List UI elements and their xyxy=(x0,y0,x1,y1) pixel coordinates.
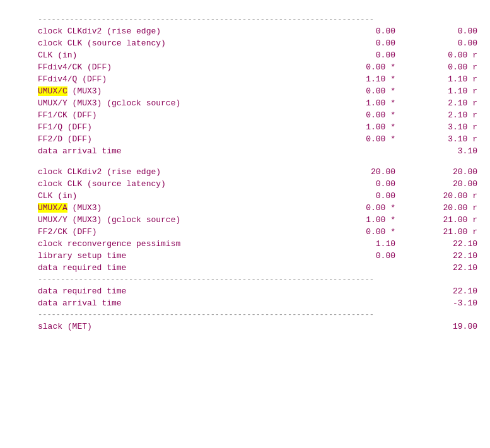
path-value: 3.10 r xyxy=(414,134,477,144)
incr-value: 0.00 * xyxy=(351,86,414,96)
table-row: FFdiv4/Q (DFF)1.10 *1.10 r xyxy=(38,73,477,85)
path-value: 0.00 r xyxy=(414,50,477,60)
point-wrapper: CLK (in) xyxy=(38,191,351,201)
point-wrapper: clock CLKdiv2 (rise edge) xyxy=(38,167,351,177)
incr-value: 0.00 xyxy=(351,191,414,201)
divider-top: ----------------------------------------… xyxy=(38,14,477,25)
table-row: clock CLK (source latency)0.0020.00 xyxy=(38,178,477,190)
table-row: FFdiv4/CK (DFF)0.00 *0.00 r xyxy=(38,61,477,73)
point-text: FF2/CK (DFF) xyxy=(38,227,97,237)
path-value: 0.00 xyxy=(414,27,477,36)
summary-rows: data required time22.10data arrival time… xyxy=(38,285,477,309)
point-text: FFdiv4/Q (DFF) xyxy=(38,74,107,84)
point-text: CLK (in) xyxy=(38,50,77,60)
point-wrapper: FFdiv4/Q (DFF) xyxy=(38,74,351,84)
incr-value: 0.00 xyxy=(351,251,414,261)
table-row: clock CLKdiv2 (rise edge)0.000.00 xyxy=(38,25,477,37)
path-value: 22.10 xyxy=(414,263,477,273)
path-value: 20.00 xyxy=(414,179,477,189)
incr-value: 1.10 xyxy=(351,239,414,249)
table-row: FF1/CK (DFF)0.00 *2.10 r xyxy=(38,109,477,121)
incr-value: 0.00 * xyxy=(351,110,414,120)
incr-value: 1.00 * xyxy=(351,98,414,108)
point-text: FFdiv4/CK (DFF) xyxy=(38,62,112,72)
table-row: data arrival time3.10 xyxy=(38,145,477,157)
incr-value: 0.00 xyxy=(351,50,414,60)
path-value: 3.10 r xyxy=(414,122,477,132)
point-text: UMUX/Y (MUX3) (gclock source) xyxy=(38,215,180,225)
incr-value: 0.00 * xyxy=(351,134,414,144)
point-wrapper: clock CLKdiv2 (rise edge) xyxy=(38,27,351,36)
incr-value: 1.00 * xyxy=(351,215,414,225)
table-row: FF2/D (DFF)0.00 *3.10 r xyxy=(38,133,477,145)
incr-value: 20.00 xyxy=(351,167,414,177)
point-text: FF1/CK (DFF) xyxy=(38,110,97,120)
point-wrapper: clock CLK (source latency) xyxy=(38,38,351,48)
section2-rows: clock CLKdiv2 (rise edge)20.0020.00clock… xyxy=(38,166,477,274)
point-text: FF2/D (DFF) xyxy=(38,134,92,144)
point-text: data arrival time xyxy=(38,298,122,308)
table-row: FF2/CK (DFF)0.00 *21.00 r xyxy=(38,226,477,238)
point-wrapper: UMUX/C (MUX3) xyxy=(38,86,351,96)
point-wrapper: CLK (in) xyxy=(38,50,351,60)
point-text: FF1/Q (DFF) xyxy=(38,122,92,132)
point-wrapper: UMUX/Y (MUX3) (gclock source) xyxy=(38,215,351,225)
incr-value: 1.10 * xyxy=(351,74,414,84)
point-wrapper: UMUX/Y (MUX3) (gclock source) xyxy=(38,98,351,108)
incr-value: 1.00 * xyxy=(351,122,414,132)
table-row: slack (MET)19.00 xyxy=(38,321,477,333)
table-row: CLK (in)0.0020.00 r xyxy=(38,190,477,202)
table-header xyxy=(38,6,477,14)
table-row: clock CLKdiv2 (rise edge)20.0020.00 xyxy=(38,166,477,178)
point-text: clock CLKdiv2 (rise edge) xyxy=(38,27,161,36)
point-text: CLK (in) xyxy=(38,191,77,201)
path-value: 20.00 xyxy=(414,167,477,177)
incr-value: 0.00 xyxy=(351,179,414,189)
point-text: clock CLK (source latency) xyxy=(38,38,166,48)
incr-value: 0.00 * xyxy=(351,62,414,72)
path-value: 1.10 r xyxy=(414,86,477,96)
point-text: UMUX/Y (MUX3) (gclock source) xyxy=(38,98,180,108)
point-wrapper: data arrival time xyxy=(38,298,351,308)
path-value: 22.10 xyxy=(414,251,477,261)
path-value: 3.10 xyxy=(414,146,477,156)
path-value: 20.00 r xyxy=(414,203,477,213)
point-wrapper: slack (MET) xyxy=(38,322,351,331)
path-value: 1.10 r xyxy=(414,74,477,84)
table-row: data arrival time-3.10 xyxy=(38,297,477,309)
table-row: clock CLK (source latency)0.000.00 xyxy=(38,37,477,49)
path-value: 2.10 r xyxy=(414,110,477,120)
path-value: 21.00 r xyxy=(414,227,477,237)
path-value: 19.00 xyxy=(414,322,477,331)
point-wrapper: library setup time xyxy=(38,251,351,261)
point-text: data required time xyxy=(38,286,126,296)
table-row: FF1/Q (DFF)1.00 *3.10 r xyxy=(38,121,477,133)
table-row: data required time22.10 xyxy=(38,262,477,274)
point-wrapper: UMUX/A (MUX3) xyxy=(38,203,351,213)
table-row: UMUX/Y (MUX3) (gclock source)1.00 *21.00… xyxy=(38,214,477,226)
table-row: CLK (in)0.000.00 r xyxy=(38,49,477,61)
highlighted-point: UMUX/C xyxy=(38,86,67,96)
path-value: 22.10 xyxy=(414,239,477,249)
point-wrapper: data required time xyxy=(38,263,351,273)
divider-bottom: ----------------------------------------… xyxy=(38,309,477,321)
point-rest: (MUX3) xyxy=(67,86,102,96)
path-value: 20.00 r xyxy=(414,191,477,201)
point-wrapper: clock reconvergence pessimism xyxy=(38,239,351,249)
point-wrapper: clock CLK (source latency) xyxy=(38,179,351,189)
path-value: 22.10 xyxy=(414,286,477,296)
point-text: clock reconvergence pessimism xyxy=(38,239,180,249)
timing-report: ----------------------------------------… xyxy=(0,0,490,448)
table-row: UMUX/A (MUX3)0.00 *20.00 r xyxy=(38,202,477,214)
path-value: -3.10 xyxy=(414,298,477,308)
incr-value: 0.00 * xyxy=(351,227,414,237)
point-wrapper: FF2/CK (DFF) xyxy=(38,227,351,237)
point-text: slack (MET) xyxy=(38,322,92,331)
table-row: UMUX/C (MUX3)0.00 *1.10 r xyxy=(38,85,477,97)
path-value: 0.00 r xyxy=(414,62,477,72)
highlighted-point: UMUX/A xyxy=(38,203,67,213)
path-value: 0.00 xyxy=(414,38,477,48)
point-wrapper: FF1/Q (DFF) xyxy=(38,122,351,132)
point-text: data arrival time xyxy=(38,146,122,156)
table-row: data required time22.10 xyxy=(38,285,477,297)
